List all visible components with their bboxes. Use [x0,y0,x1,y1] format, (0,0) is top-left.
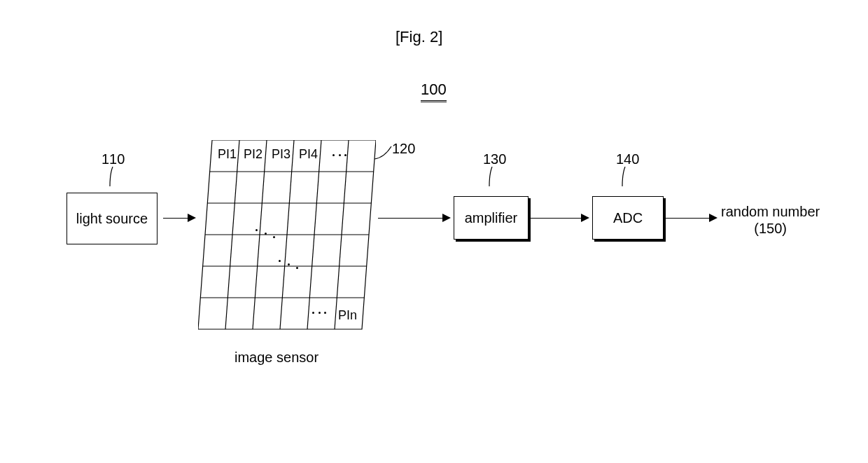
pixel-p4: PI4 [299,147,318,162]
block-adc: ADC [592,196,664,240]
arrow-2-line [378,218,442,219]
arrow-3-line [531,218,581,219]
arrow-2-head [442,214,451,222]
leader-130 [488,167,502,188]
diagram-canvas: [Fig. 2] 100 110 light source [0,0,868,463]
dots-top [332,154,346,156]
ref-image-sensor: 120 [392,140,415,157]
arrow-4-line [666,218,709,219]
system-ref: 100 [421,81,447,102]
arrow-4-head [709,214,718,222]
image-sensor-caption: image sensor [234,349,318,366]
arrow-1-line [163,218,188,219]
light-source-label: light source [76,211,148,227]
figure-title: [Fig. 2] [396,28,442,46]
block-amplifier: amplifier [454,196,528,240]
pixel-p3: PI3 [272,147,290,162]
pixel-pn: PIn [338,308,357,323]
output-ref: (150) [721,220,820,237]
dots-mid2 [279,263,298,265]
adc-label: ADC [613,210,643,226]
leader-120 [374,145,396,162]
output-label: random number [721,203,820,220]
dots-mid1 [255,233,275,235]
ref-light-source: 110 [102,151,125,167]
amplifier-label: amplifier [465,210,518,226]
leader-110 [108,167,122,188]
block-light-source: light source [66,193,158,244]
arrow-3-head [581,214,589,222]
leader-140 [621,167,635,188]
pixel-p2: PI2 [244,147,262,162]
ref-adc: 140 [616,151,639,167]
ref-amplifier: 130 [483,151,506,167]
dots-bottom [312,312,326,314]
output-group: random number (150) [721,203,820,237]
pixel-p1: PI1 [218,147,237,162]
arrow-1-head [188,214,196,222]
